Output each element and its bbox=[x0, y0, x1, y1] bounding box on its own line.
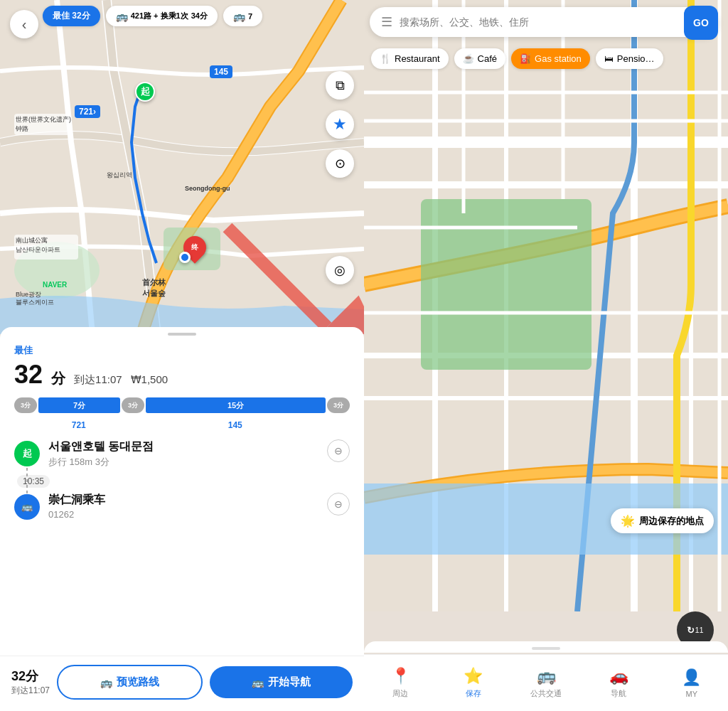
time-badge-container: 10:35 bbox=[14, 474, 350, 487]
saved-label: 保存 bbox=[466, 688, 481, 699]
stop-sub-2: 01262 bbox=[48, 509, 327, 520]
stop-item-1: 起 서울앤호텔 동대문점 步行 158m 3分 ⊖ bbox=[14, 439, 350, 469]
best-tab-label: 最佳 32分 bbox=[53, 10, 90, 22]
area-label-2: 钟路 bbox=[16, 124, 28, 134]
search-bar-right[interactable]: ☰ bbox=[370, 7, 718, 37]
seg-bus-2: 15分 bbox=[146, 397, 326, 413]
naver-logo-left: NAVER bbox=[43, 281, 67, 289]
nearby-icon: 📍 bbox=[391, 667, 410, 685]
bus-icon-tab: 🚌 bbox=[116, 11, 128, 22]
cafe-label: Café bbox=[478, 53, 497, 64]
tab3-label: 7 bbox=[248, 12, 252, 21]
location-button[interactable]: ⊙ bbox=[326, 149, 354, 178]
nav-label: 导航 bbox=[611, 688, 626, 699]
panel-handle bbox=[168, 333, 196, 336]
stop-item-2: 🚌 崇仁洞乘车 01262 ⊖ bbox=[14, 493, 350, 520]
gas-label: Gas station bbox=[535, 53, 582, 64]
stop-action-2[interactable]: ⊖ bbox=[327, 493, 350, 515]
stop-content-1: 서울앤호텔 동대문점 步行 158m 3分 bbox=[48, 439, 327, 469]
cat-restaurant[interactable]: 🍴 Restaurant bbox=[371, 48, 449, 69]
nav-icon-car: 🚗 bbox=[609, 667, 628, 685]
go-button[interactable]: GO bbox=[684, 6, 718, 40]
transit-label: 公共交通 bbox=[530, 688, 562, 699]
nearby-label: 周边 bbox=[392, 688, 408, 699]
save-star-icon: 🌟 bbox=[621, 514, 635, 528]
bottom-bar-left: 32分 到达11:07 🚌 预览路线 🚌 开始导航 bbox=[0, 656, 364, 711]
restaurant-label: Restaurant bbox=[395, 53, 440, 64]
route-tab-2[interactable]: 🚌 421路 + 换乘1次 34分 bbox=[106, 6, 218, 26]
seg-walk-1: 3分 bbox=[14, 397, 37, 413]
surround-save-button[interactable]: 🌟 周边保存的地点 bbox=[611, 508, 714, 533]
bottom-nav-right: 📍 周边 ⭐ 保存 🚌 公共交通 🚗 导航 👤 MY bbox=[364, 654, 728, 711]
route-arrival: 到达11:07 bbox=[74, 373, 122, 387]
bottom-sheet-right bbox=[364, 641, 728, 653]
route-badge-721[interactable]: 721› bbox=[75, 105, 100, 118]
route-segment-bar: 3分 7分 3分 15分 3分 bbox=[0, 395, 364, 415]
preview-route-button[interactable]: 🚌 预览路线 bbox=[57, 665, 203, 700]
transit-icon: 🚌 bbox=[537, 667, 556, 685]
route-tab-3[interactable]: 🚌 7 bbox=[223, 6, 262, 26]
route-tab-row: 最佳 32分 🚌 421路 + 换乘1次 34分 🚌 7 bbox=[43, 6, 262, 26]
stop-name-1: 서울앤호텔 동대문점 bbox=[48, 439, 327, 454]
copy-map-button[interactable]: ⧉ bbox=[326, 71, 354, 100]
pension-label: Pensio… bbox=[617, 53, 655, 64]
gps-button[interactable]: ◎ bbox=[326, 256, 354, 284]
end-label: 终 bbox=[191, 242, 198, 252]
nav-nearby[interactable]: 📍 周边 bbox=[364, 667, 437, 699]
stop-action-1[interactable]: ⊖ bbox=[327, 439, 350, 462]
nav-my[interactable]: 👤 MY bbox=[655, 668, 728, 698]
route-duration: 32 bbox=[14, 360, 43, 390]
nav-navigation[interactable]: 🚗 导航 bbox=[582, 667, 655, 699]
go-label: GO bbox=[693, 17, 709, 28]
time-badge: 10:35 bbox=[17, 475, 50, 488]
blue-dot bbox=[179, 252, 191, 263]
stop-icon-start: 起 bbox=[14, 441, 40, 466]
category-row: 🍴 Restaurant ☕ Café ⛽ Gas station 🛏 Pens… bbox=[364, 43, 728, 75]
nav-saved[interactable]: ⭐ 保存 bbox=[437, 667, 509, 699]
area-label-4: 남산타운아파트 bbox=[16, 245, 60, 255]
saved-icon: ⭐ bbox=[464, 667, 483, 685]
gas-icon: ⛽ bbox=[520, 53, 531, 64]
bus-num-1: 721 bbox=[72, 420, 86, 430]
svg-rect-3 bbox=[14, 114, 71, 135]
svg-rect-10 bbox=[421, 199, 592, 370]
stop-list: 起 서울앤호텔 동대문점 步行 158m 3分 ⊖ 10:35 🚌 崇仁洞乘车 … bbox=[0, 439, 364, 520]
svg-rect-0 bbox=[0, 0, 364, 334]
hamburger-icon[interactable]: ☰ bbox=[381, 14, 392, 30]
start-label: 起 bbox=[141, 85, 150, 98]
seg-labels: 721 145 bbox=[0, 418, 364, 431]
svg-rect-4 bbox=[14, 235, 78, 260]
start-navigation-button[interactable]: 🚌 开始导航 bbox=[210, 666, 353, 698]
route-badge-145[interactable]: 145 bbox=[210, 65, 232, 78]
start-label-btn: 开始导航 bbox=[268, 675, 311, 689]
cat-cafe[interactable]: ☕ Café bbox=[454, 48, 505, 69]
route-main-info: 32 分 到达11:07 ₩1,500 bbox=[0, 360, 364, 395]
best-label: 最佳 bbox=[0, 344, 364, 357]
route-panel: 最佳 32 分 到达11:07 ₩1,500 3分 7分 3分 15分 3分 7… bbox=[0, 327, 364, 711]
bus-num-2: 145 bbox=[228, 420, 242, 430]
cat-gas-station[interactable]: ⛽ Gas station bbox=[511, 48, 590, 69]
seg-walk-3: 3分 bbox=[327, 397, 350, 413]
fab-label: ↻ bbox=[687, 625, 695, 636]
start-marker: 起 bbox=[135, 82, 155, 102]
bottom-arrival: 到达11:07 bbox=[11, 685, 50, 697]
preview-label: 预览路线 bbox=[117, 675, 159, 689]
my-label: MY bbox=[686, 690, 698, 698]
surround-save-label: 周边保存的地点 bbox=[639, 515, 704, 528]
area-label-5: Blue광장 bbox=[16, 290, 41, 299]
svg-point-1 bbox=[14, 242, 100, 299]
nav-transit[interactable]: 🚌 公共交通 bbox=[510, 667, 582, 699]
back-button[interactable]: ‹ bbox=[10, 10, 38, 38]
bottom-sheet-handle bbox=[532, 647, 560, 650]
cat-pension[interactable]: 🛏 Pensio… bbox=[596, 48, 663, 69]
stop-content-2: 崇仁洞乘车 01262 bbox=[48, 493, 327, 520]
area-label-1: 世界(世界文化遗产) bbox=[16, 115, 71, 124]
right-map: Yesco Svc. Jeihop ForestBench Garden벤치정원… bbox=[364, 0, 728, 611]
stop-name-2: 崇仁洞乘车 bbox=[48, 493, 327, 508]
star-button-left[interactable]: ★ bbox=[326, 110, 354, 139]
stop-sub-1: 步行 158m 3分 bbox=[48, 456, 327, 469]
area-label-3: 南山城公寓 bbox=[16, 236, 48, 245]
search-input-right[interactable] bbox=[400, 16, 707, 28]
route-tab-best[interactable]: 最佳 32分 bbox=[43, 6, 100, 26]
bus-icon-preview: 🚌 bbox=[100, 677, 112, 688]
